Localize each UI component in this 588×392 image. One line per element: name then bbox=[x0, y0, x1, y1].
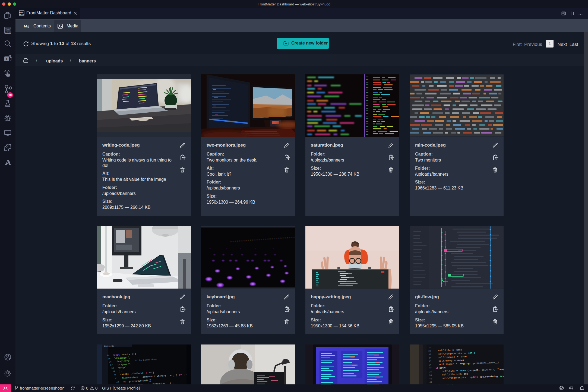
svg-text:, (: , ( bbox=[173, 374, 177, 377]
svg-text:39: 39 bbox=[429, 374, 432, 376]
svg-text:=: = bbox=[457, 356, 458, 358]
svg-text:35: 35 bbox=[429, 360, 431, 362]
svg-text:=: = bbox=[452, 349, 454, 352]
svg-text:None: None bbox=[456, 349, 462, 352]
svg-text:36: 36 bbox=[109, 361, 112, 363]
svg-text:36: 36 bbox=[429, 363, 432, 366]
svg-text:index.htm: index.htm bbox=[104, 345, 114, 347]
svg-text:set(): set() bbox=[468, 352, 475, 355]
svg-text:ev: ev bbox=[123, 380, 126, 383]
svg-text:32: 32 bbox=[428, 350, 431, 352]
svg-text:42: 42 bbox=[116, 381, 119, 384]
svg-text:self.debug: self.debug bbox=[438, 359, 452, 363]
svg-text:e: e bbox=[146, 372, 147, 374]
svg-text:"compacts.csv": "compacts.csv" bbox=[497, 368, 504, 371]
svg-text:35: 35 bbox=[108, 357, 110, 360]
svg-text:open: open bbox=[460, 369, 466, 372]
svg-text:'drop': 'drop' bbox=[118, 366, 126, 369]
svg-text:self.file: self.file bbox=[442, 370, 454, 373]
svg-text:41: 41 bbox=[429, 381, 432, 383]
svg-text:38: 38 bbox=[111, 367, 114, 370]
svg-text:logging.: logging. bbox=[460, 362, 471, 365]
svg-text:40: 40 bbox=[113, 373, 116, 376]
svg-text:e: e bbox=[170, 374, 172, 377]
svg-text:T: T bbox=[6, 57, 8, 61]
svg-text:(os.path.: (os.path. bbox=[467, 369, 480, 372]
svg-text:= [: = [ bbox=[132, 353, 136, 356]
svg-text:events: events bbox=[122, 353, 130, 356]
svg-text:MATTER: MATTER bbox=[5, 31, 11, 33]
svg-text:39: 39 bbox=[112, 370, 115, 373]
svg-text:33: 33 bbox=[428, 353, 431, 356]
svg-text:key: key bbox=[500, 375, 504, 378]
svg-text:path:: path: bbox=[440, 366, 447, 369]
svg-text:31: 31 bbox=[428, 346, 431, 349]
svg-text:ev: ev bbox=[179, 374, 182, 377]
svg-text:=> {: => { bbox=[149, 371, 154, 374]
svg-text:self.logger: self.logger bbox=[439, 363, 454, 366]
svg-text:= debug: = debug bbox=[454, 359, 464, 362]
svg-text:True: True bbox=[461, 355, 467, 358]
svg-text:if: if bbox=[435, 367, 438, 369]
svg-text:self.logbues: self.logbues bbox=[438, 356, 455, 359]
svg-text:34: 34 bbox=[429, 357, 431, 359]
svg-text:41: 41 bbox=[115, 377, 118, 380]
svg-text:.update: .update bbox=[468, 376, 478, 379]
svg-text:(0): (0) bbox=[464, 373, 468, 376]
svg-text:37: 37 bbox=[429, 367, 432, 369]
svg-text:=: = bbox=[456, 363, 457, 365]
svg-text:];: ]; bbox=[119, 370, 122, 373]
svg-text:const: const bbox=[113, 353, 120, 356]
svg-text:40: 40 bbox=[429, 377, 432, 380]
svg-text:events: events bbox=[120, 373, 129, 376]
svg-text:38: 38 bbox=[429, 371, 432, 373]
svg-text:34: 34 bbox=[107, 354, 109, 357]
svg-text:self.file: self.file bbox=[438, 349, 451, 352]
svg-text:=: = bbox=[464, 352, 466, 355]
svg-text:37: 37 bbox=[110, 364, 113, 366]
svg-text:FRONT: FRONT bbox=[5, 28, 11, 30]
svg-text:=: = bbox=[456, 369, 458, 372]
svg-text:join(path,: join(path, bbox=[482, 368, 495, 371]
